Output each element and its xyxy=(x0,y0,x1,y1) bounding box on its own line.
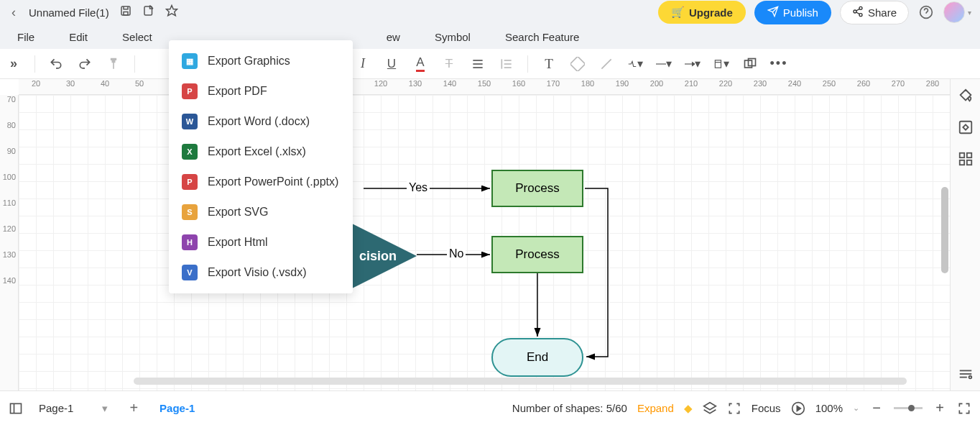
pdf-file-icon: P xyxy=(182,83,198,99)
layers-panel-icon[interactable] xyxy=(703,401,717,416)
more-icon[interactable]: ••• xyxy=(771,56,787,72)
svg-text:cision: cision xyxy=(359,249,397,263)
svg-point-32 xyxy=(969,376,971,379)
underline-icon[interactable]: U xyxy=(384,56,399,72)
diamond-badge-icon: ◆ xyxy=(684,402,693,415)
excel-file-icon: X xyxy=(182,144,198,160)
export-word-item[interactable]: WExport Word (.docx) xyxy=(169,106,353,137)
send-icon xyxy=(767,6,779,19)
svg-rect-0 xyxy=(121,6,130,15)
page-setup-icon[interactable]: ▾ xyxy=(713,56,729,72)
svg-rect-14 xyxy=(570,57,585,71)
page-selector[interactable]: Page-1 ▾ xyxy=(33,402,114,415)
align-icon[interactable] xyxy=(470,56,486,72)
svg-rect-26 xyxy=(966,153,971,157)
svg-rect-27 xyxy=(959,160,963,165)
html-file-icon: H xyxy=(182,234,198,250)
list-settings-icon[interactable] xyxy=(958,366,974,382)
svg-rect-18 xyxy=(715,60,721,68)
menu-edit[interactable]: Edit xyxy=(69,31,88,43)
edge-label-no[interactable]: No xyxy=(447,247,466,260)
svg-file-icon: S xyxy=(182,204,198,220)
export-icon[interactable] xyxy=(142,4,155,20)
outline-panel-icon[interactable] xyxy=(9,401,23,416)
file-name[interactable]: Unnamed File(1) xyxy=(29,6,109,19)
grid-icon[interactable] xyxy=(958,151,974,167)
undo-icon[interactable] xyxy=(48,56,64,72)
export-svg-item[interactable]: SExport SVG xyxy=(169,197,353,227)
line-style-icon[interactable]: ▾ xyxy=(656,56,672,72)
user-avatar[interactable] xyxy=(943,1,965,23)
svg-point-5 xyxy=(854,10,856,13)
zoom-slider[interactable] xyxy=(894,407,923,409)
text-tool-icon[interactable]: T xyxy=(541,56,557,72)
upgrade-button[interactable]: 🛒 Upgrade xyxy=(658,1,746,24)
svg-rect-24 xyxy=(959,122,971,134)
help-icon[interactable] xyxy=(917,4,935,21)
expand-panel-icon[interactable]: » xyxy=(6,56,22,72)
share-button[interactable]: Share xyxy=(840,1,909,24)
focus-label[interactable]: Focus xyxy=(752,402,781,414)
expand-link[interactable]: Expand xyxy=(637,402,674,414)
layers-icon[interactable] xyxy=(742,56,758,72)
add-page-button[interactable]: + xyxy=(124,400,144,416)
focus-frame-icon[interactable] xyxy=(727,401,741,416)
page-tab-active[interactable]: Page-1 xyxy=(154,402,200,414)
export-html-item[interactable]: HExport Html xyxy=(169,227,353,257)
zoom-level[interactable]: 100% xyxy=(815,402,843,414)
export-excel-item[interactable]: XExport Excel (.xlsx) xyxy=(169,137,353,167)
menu-search-feature[interactable]: Search Feature xyxy=(505,31,579,43)
svg-marker-35 xyxy=(703,402,716,409)
graphics-file-icon: ▦ xyxy=(182,53,198,69)
export-pdf-item[interactable]: PExport PDF xyxy=(169,76,353,106)
zoom-out-button[interactable]: − xyxy=(869,401,884,416)
powerpoint-file-icon: P xyxy=(182,174,198,190)
export-submenu: ▦Export Graphics PExport PDF WExport Wor… xyxy=(169,40,353,293)
horizontal-scrollbar[interactable] xyxy=(134,378,907,385)
menu-file[interactable]: File xyxy=(17,31,34,43)
star-icon[interactable] xyxy=(165,4,178,20)
chevron-down-icon: ▾ xyxy=(102,402,108,415)
horizontal-ruler: 2030405012013014015016017018019020021022… xyxy=(19,79,950,95)
line-color-icon[interactable] xyxy=(598,56,614,72)
font-color-icon[interactable]: A xyxy=(412,56,428,72)
connectors xyxy=(19,95,950,390)
menu-view-partial[interactable]: ew xyxy=(387,31,400,43)
vertical-scrollbar[interactable] xyxy=(941,187,948,273)
export-graphics-item[interactable]: ▦Export Graphics xyxy=(169,46,353,76)
publish-button[interactable]: Publish xyxy=(754,1,831,24)
strikethrough-icon[interactable]: T xyxy=(441,56,457,72)
back-button[interactable]: ‹ xyxy=(9,5,19,20)
shape-count-label: Number of shapes: 5/60 xyxy=(512,402,627,414)
zoom-in-button[interactable]: + xyxy=(933,401,947,416)
redo-icon[interactable] xyxy=(77,56,93,72)
menu-symbol[interactable]: Symbol xyxy=(435,31,471,43)
cart-icon: 🛒 xyxy=(671,6,685,19)
format-painter-icon[interactable] xyxy=(106,56,121,72)
end-shape[interactable]: End xyxy=(491,338,583,377)
svg-rect-1 xyxy=(124,12,128,16)
export-powerpoint-item[interactable]: PExport PowerPoint (.pptx) xyxy=(169,167,353,197)
presentation-play-icon[interactable] xyxy=(791,401,805,416)
italic-icon[interactable]: I xyxy=(355,56,371,72)
export-visio-item[interactable]: VExport Visio (.vsdx) xyxy=(169,257,353,288)
save-icon[interactable] xyxy=(119,4,132,20)
menu-select[interactable]: Select xyxy=(122,31,152,43)
process-shape-1[interactable]: Process xyxy=(491,170,583,207)
zoom-dropdown-icon[interactable]: ⌄ xyxy=(853,403,859,413)
line-spacing-icon[interactable] xyxy=(499,56,514,72)
svg-marker-3 xyxy=(166,6,177,16)
fill-bucket-icon[interactable] xyxy=(958,88,974,104)
word-file-icon: W xyxy=(182,114,198,129)
arrow-style-icon[interactable]: ▾ xyxy=(685,56,701,72)
fill-color-icon[interactable] xyxy=(570,56,586,72)
canvas[interactable]: cision Yes No Process Process End xyxy=(19,95,950,390)
svg-rect-33 xyxy=(11,403,22,413)
fullscreen-icon[interactable] xyxy=(957,401,971,416)
avatar-dropdown-icon[interactable]: ▾ xyxy=(968,9,971,17)
edge-label-yes[interactable]: Yes xyxy=(407,181,430,194)
shape-library-icon[interactable] xyxy=(958,119,974,135)
process-shape-2[interactable]: Process xyxy=(491,236,583,273)
decision-shape[interactable]: cision xyxy=(345,220,424,292)
connector-style-icon[interactable]: ▾ xyxy=(627,56,643,72)
